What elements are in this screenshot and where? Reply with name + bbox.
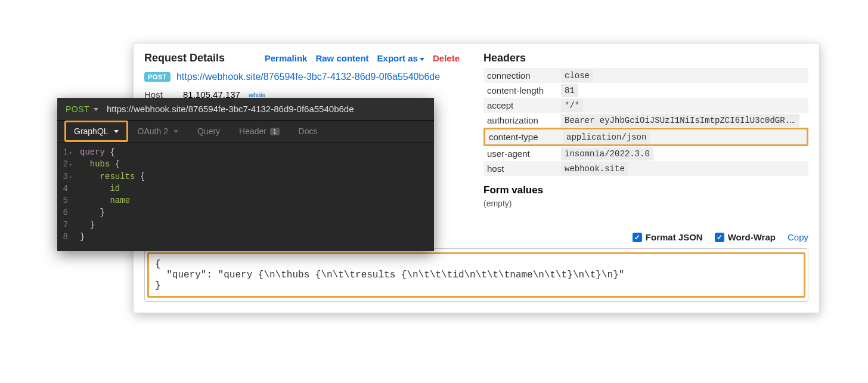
header-row-content-type: content-type application/json	[483, 128, 808, 146]
request-details-header: Request Details Permalink Raw content Ex…	[144, 52, 460, 64]
whois-link[interactable]: whois	[249, 91, 265, 98]
request-body-box: { "query": "query {\n\thubs {\n\t\tresul…	[144, 248, 808, 302]
tab-query[interactable]: Query	[188, 121, 230, 142]
method-dropdown[interactable]: POST	[66, 104, 98, 114]
header-row-host: host webhook.site	[483, 161, 808, 176]
fold-icon: ▾	[68, 150, 74, 157]
header-key: user-agent	[483, 146, 561, 161]
tab-docs[interactable]: Docs	[289, 121, 327, 142]
header-key: accept	[483, 98, 561, 113]
header-value: close	[561, 69, 593, 82]
form-values-empty: (empty)	[483, 199, 808, 208]
export-as-dropdown[interactable]: Export as	[377, 53, 424, 63]
line-number: 4	[57, 183, 80, 194]
line-number: 2▾	[57, 158, 80, 170]
header-row-accept: accept */*	[483, 98, 808, 113]
title-actions: Permalink Raw content Export as Delete	[265, 53, 460, 63]
chevron-down-icon	[173, 130, 178, 133]
headers-table: connection close content-length 81 accep…	[483, 68, 808, 176]
code-line: 1▾query {	[57, 146, 434, 158]
chevron-down-icon	[114, 130, 119, 133]
insomnia-url-bar: POST https://webhook.site/876594fe-3bc7-…	[57, 98, 434, 121]
header-value: 81	[561, 84, 578, 97]
fold-icon: ▾	[68, 162, 74, 169]
header-row-user-agent: user-agent insomnia/2022.3.0	[483, 146, 808, 161]
header-row-connection: connection close	[483, 68, 808, 83]
graphql-editor[interactable]: 1▾query { 2▾ hubs { 3▾ results { 4 id 5 …	[57, 143, 434, 251]
code-line: 6 }	[57, 206, 434, 218]
copy-link[interactable]: Copy	[788, 232, 808, 242]
header-row-content-length: content-length 81	[483, 83, 808, 98]
line-number: 5	[57, 194, 80, 206]
code-line: 2▾ hubs {	[57, 158, 434, 170]
code-line: 4 id	[57, 183, 434, 194]
right-column: Headers connection close content-length …	[483, 52, 808, 208]
form-values-title: Form values	[483, 184, 808, 196]
check-icon: ✓	[633, 233, 642, 242]
fold-icon: ▾	[68, 174, 74, 182]
header-value: insomnia/2022.3.0	[561, 147, 653, 160]
code-line: 3▾ results {	[57, 171, 434, 183]
check-icon: ✓	[715, 233, 724, 242]
header-count-badge: 1	[270, 128, 280, 135]
header-value: */*	[561, 99, 583, 112]
insomnia-tabs: GraphQL OAuth 2 Query Header 1 Docs	[57, 121, 434, 143]
header-value: application/json	[563, 131, 650, 144]
chevron-down-icon	[94, 108, 98, 111]
line-number: 3▾	[57, 171, 80, 183]
line-number: 6	[57, 206, 80, 218]
word-wrap-checkbox[interactable]: ✓ Word-Wrap	[715, 232, 776, 242]
header-row-authorization: authorization Bearer eyJhbGciOiJSUzI1NiI…	[483, 113, 808, 128]
raw-content-link[interactable]: Raw content	[315, 53, 368, 63]
headers-title: Headers	[483, 52, 808, 64]
tab-header[interactable]: Header 1	[230, 121, 289, 142]
header-key: authorization	[483, 113, 561, 128]
method-badge: POST	[144, 72, 170, 82]
request-url[interactable]: https://webhook.site/876594fe-3bc7-4132-…	[176, 72, 440, 82]
code-line: 8}	[57, 231, 434, 243]
tab-oauth[interactable]: OAuth 2	[128, 121, 188, 142]
code-line: 5 name	[57, 194, 434, 206]
header-key: connection	[483, 68, 561, 83]
insomnia-url-input[interactable]: https://webhook.site/876594fe-3bc7-4132-…	[107, 104, 354, 114]
permalink-link[interactable]: Permalink	[265, 53, 308, 63]
tab-graphql[interactable]: GraphQL	[64, 121, 128, 142]
delete-link[interactable]: Delete	[433, 53, 460, 63]
header-value: webhook.site	[561, 162, 628, 175]
header-value: Bearer eyJhbGciOiJSUzI1NiIsImtpZCI6IlU3c…	[561, 114, 799, 127]
line-number: 8	[57, 231, 80, 243]
chevron-down-icon	[420, 58, 424, 61]
code-line: 7 }	[57, 219, 434, 231]
header-key: content-type	[485, 129, 563, 144]
header-key: host	[483, 161, 561, 176]
request-details-title: Request Details	[144, 52, 225, 64]
line-number: 7	[57, 219, 80, 231]
insomnia-panel: POST https://webhook.site/876594fe-3bc7-…	[57, 98, 434, 251]
header-key: content-length	[483, 83, 561, 98]
request-body-content: { "query": "query {\n\thubs {\n\t\tresul…	[147, 252, 805, 298]
request-url-row: POST https://webhook.site/876594fe-3bc7-…	[144, 68, 460, 86]
line-number: 1▾	[57, 146, 80, 158]
format-json-checkbox[interactable]: ✓ Format JSON	[633, 232, 703, 242]
